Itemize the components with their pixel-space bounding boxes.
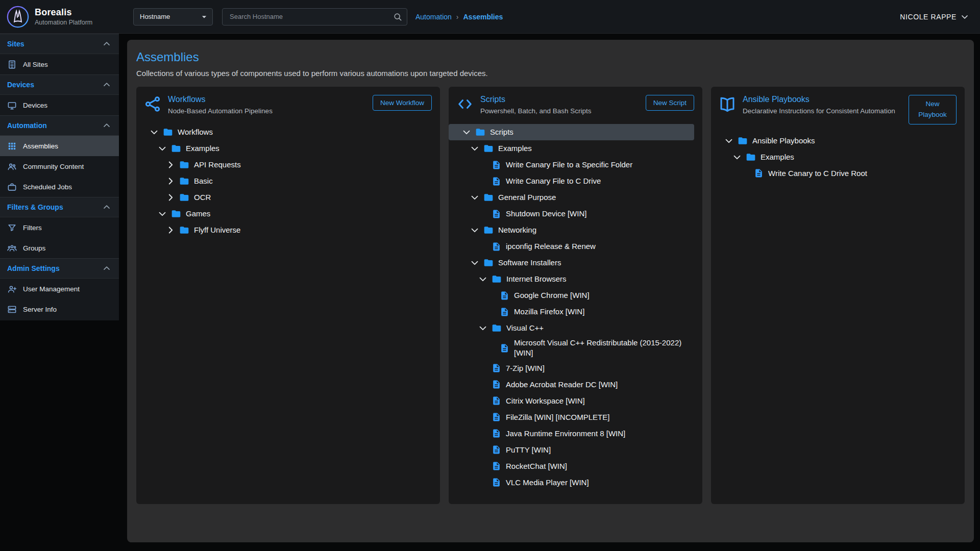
tree-item-label: Flyff Universe (194, 223, 240, 237)
search-box (222, 8, 407, 26)
sidebar-section-devices[interactable]: Devices (0, 74, 119, 95)
tree-file-mozilla-firefox-win[interactable]: Mozilla Firefox [WIN] (449, 304, 694, 320)
tree-folder-software-installers[interactable]: Software Installers (449, 255, 694, 271)
file-icon (492, 429, 501, 438)
filter-icon (7, 223, 17, 233)
tree-file-shutdown-device-win[interactable]: Shutdown Device [WIN] (449, 206, 694, 222)
file-icon (492, 445, 501, 455)
tree-item-label: Mozilla Firefox [WIN] (514, 305, 584, 318)
tree-file-rocketchat-win[interactable]: RocketChat [WIN] (449, 458, 694, 474)
tree-folder-general-purpose[interactable]: General Purpose (449, 189, 694, 206)
playbooks-card-title: Ansible Playbooks (743, 95, 902, 104)
ansible-playbooks-card: Ansible Playbooks Declarative Instructio… (711, 87, 965, 504)
sidebar-item-user-management[interactable]: User Management (0, 279, 119, 299)
tree-folder-networking[interactable]: Networking (449, 222, 694, 238)
folder-icon (492, 323, 502, 333)
sidebar-item-groups[interactable]: Groups (0, 238, 119, 258)
page-subtitle: Collections of various types of componen… (136, 69, 965, 78)
tree-folder-examples[interactable]: Examples (449, 140, 694, 157)
tree-file-putty-win[interactable]: PuTTY [WIN] (449, 442, 694, 458)
file-icon (492, 478, 501, 487)
folder-icon (163, 127, 173, 137)
new-playbook-button[interactable]: New Playbook (909, 95, 957, 124)
tree-folder-games[interactable]: Games (136, 206, 432, 222)
search-icon (393, 12, 403, 22)
building-icon (7, 60, 17, 69)
tree-item-label: ipconfig Release & Renew (506, 240, 596, 253)
sidebar-item-community-content[interactable]: Community Content (0, 156, 119, 177)
tree-item-label: Java Runtime Environment 8 [WIN] (506, 427, 625, 440)
tree-item-label: Internet Browsers (506, 272, 567, 286)
tree-file-microsoft-visual-c-redistributable-2015-2022-win[interactable]: Microsoft Visual C++ Redistributable (20… (449, 336, 694, 360)
sidebar-item-label: Devices (23, 102, 47, 109)
chevron-down-icon (469, 257, 480, 268)
scripts-tree: ScriptsExamplesWrite Canary File to a Sp… (449, 124, 702, 504)
sidebar-item-assemblies[interactable]: Assemblies (0, 136, 119, 156)
tree-folder-internet-browsers[interactable]: Internet Browsers (449, 271, 694, 287)
tree-file-write-canary-file-to-c-drive[interactable]: Write Canary File to C Drive (449, 173, 694, 189)
chevron-right-icon (165, 159, 176, 170)
tree-file-citrix-workspace-win[interactable]: Citrix Workspace [WIN] (449, 393, 694, 409)
tree-folder-scripts[interactable]: Scripts (449, 124, 694, 140)
tree-file-adobe-acrobat-reader-dc-win[interactable]: Adobe Acrobat Reader DC [WIN] (449, 377, 694, 393)
sidebar-item-filters[interactable]: Filters (0, 217, 119, 238)
file-icon (492, 396, 501, 406)
tree-file-google-chrome-win[interactable]: Google Chrome [WIN] (449, 287, 694, 304)
search-input[interactable] (229, 12, 393, 21)
tree-item-label: 7-Zip [WIN] (506, 362, 545, 375)
tree-folder-basic[interactable]: Basic (136, 173, 432, 189)
sidebar-item-server-info[interactable]: Server Info (0, 299, 119, 319)
chevron-down-icon (723, 135, 734, 146)
workflows-card: Workflows Node-Based Automation Pipeline… (136, 87, 440, 504)
sidebar-item-label: Assemblies (23, 142, 58, 150)
workflows-tree: WorkflowsExamplesAPI RequestsBasicOCRGam… (136, 124, 440, 504)
tree-file-7-zip-win[interactable]: 7-Zip [WIN] (449, 360, 694, 377)
tree-folder-examples[interactable]: Examples (136, 140, 432, 157)
tree-file-write-canary-to-c-drive-root[interactable]: Write Canary to C Drive Root (711, 165, 957, 182)
file-icon (492, 380, 501, 389)
tree-folder-visual-c[interactable]: Visual C++ (449, 320, 694, 336)
file-icon (492, 160, 501, 170)
tree-file-vlc-media-player-win[interactable]: VLC Media Player [WIN] (449, 474, 694, 491)
sidebar-item-devices[interactable]: Devices (0, 95, 119, 115)
tree-folder-flyff-universe[interactable]: Flyff Universe (136, 222, 432, 238)
sidebar-section-filters-groups[interactable]: Filters & Groups (0, 197, 119, 217)
breadcrumb-assemblies[interactable]: Assemblies (463, 13, 503, 21)
tree-folder-ocr[interactable]: OCR (136, 189, 432, 206)
sidebar-section-sites[interactable]: Sites (0, 34, 119, 54)
sidebar-item-scheduled-jobs[interactable]: Scheduled Jobs (0, 177, 119, 197)
chevron-down-icon (960, 12, 970, 22)
tree-folder-ansible-playbooks[interactable]: Ansible Playbooks (711, 133, 957, 149)
user-menu[interactable]: NICOLE RAPPE (900, 12, 970, 22)
tree-item-label: Software Installers (498, 256, 561, 269)
tree-file-filezilla-win-incomplete[interactable]: FileZilla [WIN] [INCOMPLETE] (449, 409, 694, 425)
tree-item-label: Examples (186, 142, 219, 155)
tree-file-java-runtime-environment-8-win[interactable]: Java Runtime Environment 8 [WIN] (449, 425, 694, 442)
sidebar-section-admin-settings[interactable]: Admin Settings (0, 258, 119, 279)
tree-folder-examples[interactable]: Examples (711, 149, 957, 165)
tree-file-ipconfig-release-renew[interactable]: ipconfig Release & Renew (449, 238, 694, 255)
breadcrumb-automation[interactable]: Automation (415, 13, 452, 21)
tree-item-label: Adobe Acrobat Reader DC [WIN] (506, 378, 618, 391)
hostname-select[interactable]: Hostname (133, 8, 213, 26)
brand-name: Borealis (35, 7, 92, 18)
sidebar-item-label: Scheduled Jobs (23, 183, 72, 191)
folder-icon (475, 127, 485, 137)
tree-item-label: Citrix Workspace [WIN] (506, 394, 585, 408)
sidebar-section-automation[interactable]: Automation (0, 115, 119, 136)
file-icon (492, 412, 501, 422)
chevron-up-icon (102, 263, 112, 273)
tree-item-label: Microsoft Visual C++ Redistributable (20… (514, 336, 690, 360)
new-script-button[interactable]: New Script (646, 95, 694, 111)
new-workflow-button[interactable]: New Workflow (373, 95, 432, 111)
workflows-card-title: Workflows (168, 95, 366, 104)
tree-item-label: General Purpose (498, 191, 556, 204)
workflows-card-subtitle: Node-Based Automation Pipelines (168, 107, 331, 116)
sidebar-item-all-sites[interactable]: All Sites (0, 54, 119, 74)
chevron-down-icon (149, 127, 160, 138)
tree-file-write-canary-file-to-a-specific-folder[interactable]: Write Canary File to a Specific Folder (449, 157, 694, 173)
tree-folder-workflows[interactable]: Workflows (136, 124, 432, 140)
tree-folder-api-requests[interactable]: API Requests (136, 157, 432, 173)
tree-item-label: PuTTY [WIN] (506, 443, 551, 457)
tree-item-label: Networking (498, 223, 536, 237)
